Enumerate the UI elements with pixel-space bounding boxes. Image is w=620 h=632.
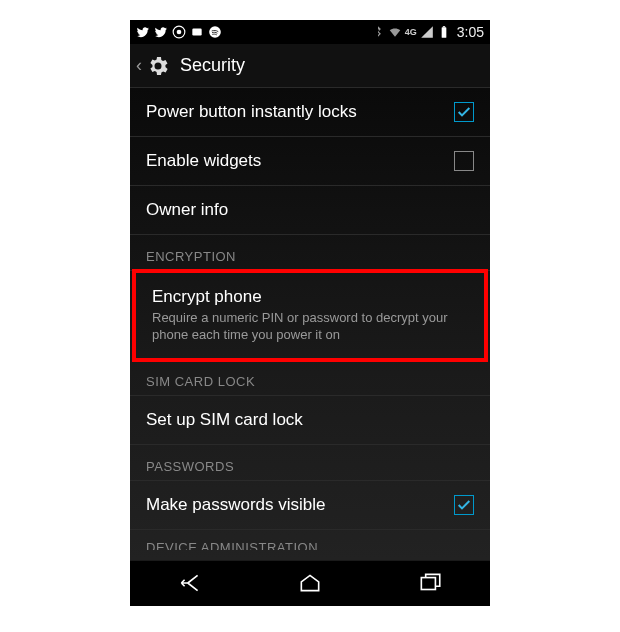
chrome-icon: [172, 25, 186, 39]
row-owner-info[interactable]: Owner info: [130, 186, 490, 235]
phone-frame: 4G 3:05 ‹ Security Power button instantl…: [130, 20, 490, 606]
signal-icon: [420, 25, 434, 39]
settings-gear-icon[interactable]: [144, 52, 172, 80]
network-type: 4G: [405, 27, 417, 37]
clock: 3:05: [457, 24, 484, 40]
action-bar: ‹ Security: [130, 44, 490, 88]
section-device-admin: DEVICE ADMINISTRATION: [130, 530, 490, 550]
battery-icon: [437, 25, 451, 39]
checkbox-power-lock[interactable]: [454, 102, 474, 122]
section-sim-lock: SIM CARD LOCK: [130, 360, 490, 396]
svg-rect-5: [443, 26, 445, 27]
row-title: Set up SIM card lock: [146, 410, 474, 430]
svg-point-1: [177, 30, 182, 35]
wifi-icon: [388, 25, 402, 39]
checkbox-passwords-visible[interactable]: [454, 495, 474, 515]
bluetooth-icon: [371, 25, 385, 39]
svg-rect-6: [421, 578, 435, 590]
row-encrypt-phone[interactable]: Encrypt phone Require a numeric PIN or p…: [136, 273, 484, 358]
row-title: Enable widgets: [146, 151, 454, 171]
row-enable-widgets[interactable]: Enable widgets: [130, 137, 490, 186]
row-subtitle: Require a numeric PIN or password to dec…: [152, 310, 468, 344]
row-title: Make passwords visible: [146, 495, 454, 515]
svg-rect-4: [441, 27, 446, 37]
nav-recent-button[interactable]: [400, 568, 460, 598]
highlight-box: Encrypt phone Require a numeric PIN or p…: [132, 269, 488, 362]
back-chevron-icon[interactable]: ‹: [136, 55, 142, 76]
section-encryption: ENCRYPTION: [130, 235, 490, 271]
spotify-icon: [208, 25, 222, 39]
row-power-button-lock[interactable]: Power button instantly locks: [130, 88, 490, 137]
row-title: Owner info: [146, 200, 474, 220]
twitter-icon: [136, 25, 150, 39]
nav-home-button[interactable]: [280, 568, 340, 598]
nav-back-button[interactable]: [160, 568, 220, 598]
page-title: Security: [180, 55, 245, 76]
row-title: Encrypt phone: [152, 287, 468, 307]
section-passwords: PASSWORDS: [130, 445, 490, 481]
notification-icon: [190, 25, 204, 39]
row-title: Power button instantly locks: [146, 102, 454, 122]
settings-list: Power button instantly locks Enable widg…: [130, 88, 490, 560]
row-passwords-visible[interactable]: Make passwords visible: [130, 481, 490, 530]
navigation-bar: [130, 560, 490, 606]
svg-rect-2: [192, 29, 201, 36]
checkbox-enable-widgets[interactable]: [454, 151, 474, 171]
twitter-icon-2: [154, 25, 168, 39]
status-bar: 4G 3:05: [130, 20, 490, 44]
row-sim-lock[interactable]: Set up SIM card lock: [130, 396, 490, 445]
